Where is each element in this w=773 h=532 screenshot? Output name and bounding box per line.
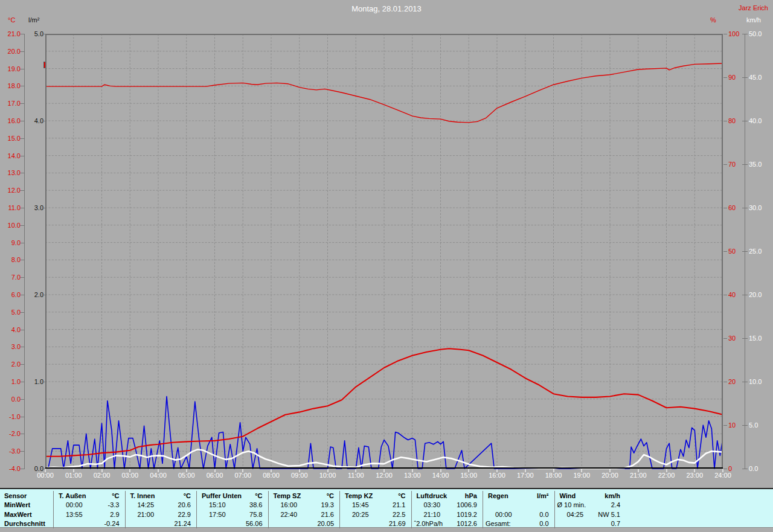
cell-value: 0.0	[539, 520, 554, 527]
celsius-tick	[20, 51, 25, 52]
time-tick-label: 21:00	[626, 472, 650, 479]
celsius-tick-label: 2.0	[4, 361, 21, 368]
time-tick	[609, 469, 611, 472]
cell-time: Ø 10 min.	[555, 501, 586, 508]
celsius-tick	[20, 156, 25, 156]
cell-value: 19.3	[321, 501, 339, 508]
time-tick	[440, 469, 441, 472]
cell-time: 15:10	[197, 501, 226, 508]
cell-time: 00:00	[483, 511, 512, 518]
cell-value: 1019.2	[457, 511, 483, 518]
cell-time: 21:10	[412, 511, 441, 518]
cell-value: 56.06	[246, 520, 268, 527]
time-tick	[412, 469, 413, 472]
cell-value: 21.6	[321, 511, 339, 518]
table-cell-puffer-unten: 56.06	[196, 519, 268, 529]
time-tick	[468, 469, 469, 472]
table-cell-luftdruck: ˆ2.0hPa/h1012.6	[411, 519, 483, 529]
time-tick	[158, 469, 159, 472]
wind-tick	[742, 295, 748, 295]
cell-time: 00:00	[54, 501, 83, 508]
table-cell-wind: 0.7	[554, 519, 626, 529]
time-tick	[45, 469, 46, 472]
cell-time: Regen	[483, 492, 508, 499]
humidity-tick	[723, 425, 727, 426]
time-tick-label: 16:00	[485, 472, 509, 479]
celsius-tick	[20, 451, 25, 452]
axis-unit-rain: l/m²	[28, 17, 39, 24]
celsius-tick-label: 0.0	[4, 396, 21, 403]
table-cell-temp-sz: Temp SZ°C	[268, 491, 340, 501]
celsius-tick-label: 16.0	[4, 118, 21, 124]
table-cell-regen: Gesamt:0.0	[483, 519, 554, 529]
cell-time: 14:25	[126, 501, 155, 508]
time-tick	[355, 469, 356, 472]
time-tick	[383, 469, 385, 472]
celsius-tick	[20, 138, 25, 139]
table-cell-temp-kz: 15:4521.1	[339, 501, 411, 510]
cell-value: 1012.6	[457, 520, 483, 527]
cell-time: Temp SZ	[269, 492, 301, 499]
time-tick-label: 23:00	[682, 472, 707, 479]
table-cell-wind: Ø 10 min.2.4	[554, 501, 626, 510]
cell-value: °C	[398, 492, 411, 499]
time-tick-label: 10:00	[316, 472, 340, 479]
wind-tick-label: 5.0	[749, 422, 758, 429]
wind-tick	[742, 77, 748, 78]
axis-unit-celsius: °C	[8, 17, 15, 24]
time-tick-label: 05:00	[175, 472, 199, 479]
celsius-tick-label: 10.0	[4, 222, 21, 229]
wind-tick	[742, 121, 748, 121]
table-filler	[626, 510, 773, 519]
time-tick	[129, 469, 130, 472]
celsius-tick-label: 19.0	[4, 66, 21, 72]
celsius-tick	[20, 34, 25, 34]
cell-value: 21.24	[174, 520, 196, 527]
cell-value: °C	[184, 492, 196, 499]
humidity-tick-label: 10	[728, 422, 736, 429]
cell-value: 38.6	[249, 501, 268, 508]
table-cell-regen: 00:000.0	[483, 510, 554, 519]
table-cell-puffer-unten: Puffer Unten°C	[196, 491, 268, 501]
cell-value: -0.24	[104, 520, 124, 527]
chart-canvas	[45, 34, 723, 469]
celsius-tick-label: 3.0	[4, 344, 21, 350]
time-tick-label: 09:00	[287, 472, 312, 479]
table-cell-t-au-en: 13:552.9	[53, 510, 125, 519]
time-tick-label: 11:00	[344, 472, 368, 479]
wind-tick	[742, 382, 748, 382]
humidity-tick	[723, 382, 727, 382]
time-tick	[101, 469, 103, 472]
cell-time: Gesamt:	[483, 520, 511, 527]
table-cell-t-innen: 21.24	[125, 519, 197, 529]
cell-value: °C	[255, 492, 268, 499]
cell-time: 20:25	[340, 511, 369, 518]
celsius-tick	[20, 434, 25, 434]
time-tick	[73, 469, 74, 472]
time-tick	[581, 469, 582, 472]
time-tick-label: 17:00	[513, 472, 537, 479]
time-tick-label: 20:00	[598, 472, 622, 479]
humidity-tick-label: 40	[728, 292, 736, 298]
celsius-tick-label: 13.0	[4, 170, 21, 176]
time-tick	[638, 469, 639, 472]
cell-value: 2.4	[611, 501, 626, 508]
humidity-tick-label: 20	[728, 379, 736, 385]
table-cell-temp-sz: 16:0019.3	[268, 501, 340, 510]
time-tick-label: 15:00	[457, 472, 481, 479]
cell-value: °C	[327, 492, 339, 499]
weather-station-window: Montag, 28.01.2013 Jarz Erich °C l/m² % …	[0, 0, 773, 532]
celsius-tick-label: -2.0	[4, 431, 21, 437]
celsius-tick	[20, 121, 25, 121]
cell-value: 21.1	[393, 501, 411, 508]
celsius-tick-label: -1.0	[4, 414, 21, 420]
table-cell-regen: Regenl/m²	[483, 491, 554, 501]
table-cell-wind: 04:25NW 5.1	[554, 510, 626, 519]
celsius-tick	[20, 312, 25, 313]
celsius-tick-label: 4.0	[4, 327, 21, 333]
table-cell-puffer-unten: 15:1038.6	[196, 501, 268, 510]
celsius-tick	[20, 208, 25, 208]
table-cell-luftdruck: 21:101019.2	[411, 510, 483, 519]
cell-value: 20.05	[317, 520, 339, 527]
cell-time: 03:30	[412, 501, 441, 508]
